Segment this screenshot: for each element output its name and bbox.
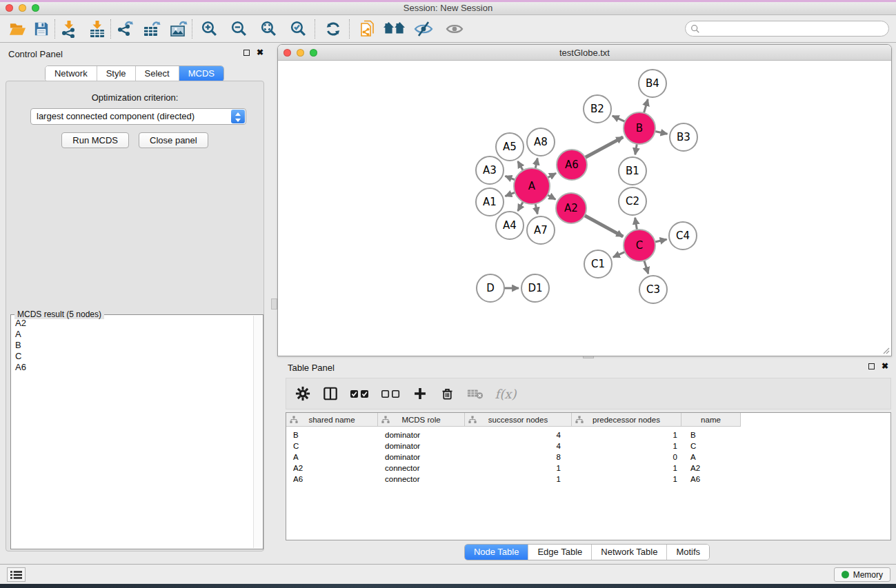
close-table-panel-icon[interactable]: ✖ bbox=[882, 363, 888, 370]
graph-edge-B-B1[interactable] bbox=[635, 144, 637, 155]
show-details-icon[interactable] bbox=[443, 19, 466, 39]
table-cell[interactable]: connector bbox=[378, 475, 465, 483]
graph-node-B1[interactable]: B1 bbox=[619, 157, 646, 185]
table-cell[interactable]: connector bbox=[378, 464, 465, 472]
table-cell[interactable]: dominator bbox=[378, 453, 465, 461]
table-cell[interactable]: dominator bbox=[378, 431, 465, 439]
mcds-result-scrollbar[interactable] bbox=[253, 316, 262, 548]
mcds-result-item[interactable]: A6 bbox=[11, 362, 253, 373]
resize-grip-icon[interactable] bbox=[882, 346, 890, 354]
graph-edge-B-B4[interactable] bbox=[644, 99, 648, 113]
graph-edge-A-A5[interactable] bbox=[518, 161, 524, 170]
graph-edge-C-C1[interactable] bbox=[613, 252, 625, 257]
import-network-icon[interactable] bbox=[59, 19, 78, 39]
graph-node-B4[interactable]: B4 bbox=[639, 70, 666, 97]
table-cell[interactable]: 1 bbox=[572, 431, 681, 439]
delete-icon[interactable] bbox=[438, 385, 457, 403]
table-cell[interactable]: A bbox=[286, 453, 378, 461]
add-column-icon[interactable] bbox=[410, 385, 429, 403]
table-row[interactable]: Bdominator41B bbox=[286, 429, 890, 440]
column-header-shared-name[interactable]: shared name bbox=[286, 413, 378, 427]
table-row[interactable]: Cdominator41C bbox=[286, 440, 890, 452]
refresh-icon[interactable] bbox=[323, 19, 342, 39]
graph-node-D[interactable]: D bbox=[477, 274, 504, 302]
graph-node-A5[interactable]: A5 bbox=[496, 133, 524, 161]
network-graph[interactable]: B4B2BB3A8A5A6A3B1AC2A1A2A4A7C4CC1C3DD1 bbox=[278, 61, 891, 356]
graph-edge-C-C3[interactable] bbox=[644, 261, 648, 274]
graph-node-B[interactable]: B bbox=[624, 112, 655, 144]
graph-edge-A-A6[interactable] bbox=[548, 173, 556, 177]
column-header-mcds-role[interactable]: MCDS role bbox=[378, 413, 465, 427]
graph-node-C1[interactable]: C1 bbox=[584, 250, 612, 278]
graph-node-D1[interactable]: D1 bbox=[521, 274, 549, 302]
table-cell[interactable]: 4 bbox=[465, 442, 572, 450]
column-header-name[interactable]: name bbox=[681, 413, 741, 427]
graph-edge-A-A8[interactable] bbox=[535, 159, 537, 169]
graph-node-C4[interactable]: C4 bbox=[669, 222, 697, 250]
table-row[interactable]: Adominator80A bbox=[286, 452, 890, 463]
select-all-icon[interactable] bbox=[348, 385, 370, 403]
graph-edge-C-C2[interactable] bbox=[635, 218, 637, 230]
table-cell[interactable]: 1 bbox=[572, 475, 681, 483]
graph-edge-A-A7[interactable] bbox=[535, 203, 537, 214]
graph-node-B2[interactable]: B2 bbox=[584, 95, 611, 123]
search-box[interactable] bbox=[685, 21, 889, 37]
table-cell[interactable]: A6 bbox=[681, 475, 741, 483]
memory-button[interactable]: Memory bbox=[834, 567, 890, 582]
task-history-button[interactable] bbox=[7, 567, 26, 582]
zoom-selected-icon[interactable] bbox=[289, 19, 308, 39]
graph-node-A6[interactable]: A6 bbox=[557, 150, 587, 180]
table-cell[interactable]: A6 bbox=[286, 475, 378, 483]
graph-node-A[interactable]: A bbox=[514, 168, 550, 204]
table-cell[interactable]: A2 bbox=[681, 464, 741, 472]
mcds-result-item[interactable]: C bbox=[11, 351, 253, 362]
table-cell[interactable]: C bbox=[681, 442, 741, 450]
graph-edge-A-A1[interactable] bbox=[505, 192, 515, 196]
tab-select[interactable]: Select bbox=[136, 66, 179, 81]
vertical-splitter-handle[interactable] bbox=[271, 298, 277, 310]
table-cell[interactable]: 4 bbox=[465, 431, 572, 439]
run-mcds-button[interactable]: Run MCDS bbox=[61, 132, 129, 148]
float-table-panel-icon[interactable] bbox=[868, 363, 875, 369]
settings-gear-icon[interactable] bbox=[293, 385, 312, 403]
criterion-dropdown[interactable]: largest connected component (directed) bbox=[30, 108, 246, 125]
import-table-icon[interactable] bbox=[88, 19, 106, 39]
graph-edge-A-A4[interactable] bbox=[518, 202, 524, 211]
tab-network[interactable]: Network bbox=[46, 66, 97, 81]
graph-node-A3[interactable]: A3 bbox=[476, 156, 504, 184]
float-panel-icon[interactable] bbox=[243, 50, 250, 56]
graph-node-C3[interactable]: C3 bbox=[639, 276, 667, 303]
mcds-result-item[interactable]: A bbox=[11, 329, 253, 340]
export-table-icon[interactable] bbox=[142, 19, 161, 39]
table-cell[interactable]: 1 bbox=[572, 442, 681, 450]
table-row[interactable]: A2connector11A2 bbox=[286, 463, 890, 474]
table-row[interactable]: A6connector11A6 bbox=[286, 474, 890, 485]
graph-node-A1[interactable]: A1 bbox=[476, 188, 504, 216]
tab-node-table[interactable]: Node Table bbox=[465, 545, 529, 560]
graph-edge-A2-C[interactable] bbox=[584, 216, 623, 237]
open-file-icon[interactable] bbox=[8, 19, 27, 39]
graph-edge-A-A2[interactable] bbox=[548, 195, 556, 200]
function-builder-icon[interactable]: f(x) bbox=[493, 385, 518, 403]
tab-motifs[interactable]: Motifs bbox=[667, 545, 709, 560]
home-icon[interactable] bbox=[382, 19, 406, 39]
search-input[interactable] bbox=[700, 23, 888, 34]
table-cell[interactable]: A2 bbox=[286, 464, 378, 472]
hide-details-icon[interactable] bbox=[412, 19, 435, 39]
tab-style[interactable]: Style bbox=[97, 66, 136, 81]
mcds-result-item[interactable]: A2 bbox=[11, 318, 253, 329]
export-network-icon[interactable] bbox=[115, 19, 134, 39]
graph-node-C2[interactable]: C2 bbox=[619, 187, 646, 215]
export-image-icon[interactable] bbox=[169, 19, 188, 39]
graph-node-A7[interactable]: A7 bbox=[527, 216, 555, 244]
tab-network-table[interactable]: Network Table bbox=[592, 545, 667, 560]
graph-edge-A-A3[interactable] bbox=[505, 176, 515, 179]
delete-table-icon[interactable] bbox=[466, 385, 484, 403]
graph-node-C[interactable]: C bbox=[624, 230, 655, 261]
column-header-predecessor-nodes[interactable]: predecessor nodes bbox=[572, 413, 681, 427]
zoom-in-icon[interactable] bbox=[200, 19, 219, 39]
graph-node-B3[interactable]: B3 bbox=[670, 123, 697, 151]
node-table[interactable]: shared nameMCDS rolesuccessor nodesprede… bbox=[286, 412, 891, 540]
mcds-result-item[interactable]: B bbox=[11, 340, 253, 351]
graph-edge-A6-B[interactable] bbox=[585, 137, 623, 158]
